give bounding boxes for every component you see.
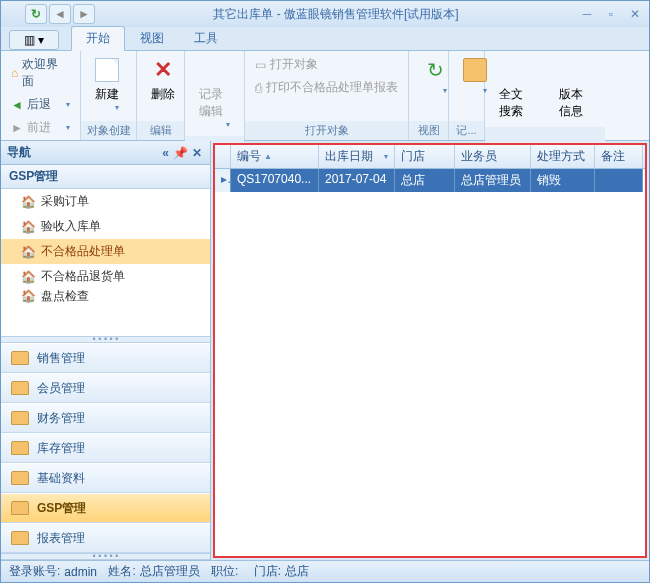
delete-icon: ✕	[151, 58, 175, 82]
cell-date[interactable]: 2017-07-04	[319, 169, 395, 192]
nav-group-report[interactable]: 报表管理	[1, 523, 210, 553]
forward-icon: ►	[11, 121, 23, 135]
new-doc-icon	[95, 58, 119, 82]
house-icon: 🏠	[21, 245, 35, 259]
status-store: 总店	[285, 563, 309, 580]
delete-button[interactable]: ✕ 删除	[143, 54, 183, 107]
filter-icon[interactable]: ▾	[384, 152, 388, 161]
group-label-record: 记...	[449, 121, 484, 140]
folder-icon	[11, 351, 29, 365]
nav-panel: 导航 « 📌 ✕ GSP管理 🏠采购订单 🏠验收入库单 🏠不合格品处理单 🏠不合…	[1, 141, 211, 560]
nav-tree-item[interactable]: 🏠盘点检查	[1, 289, 210, 303]
nav-group-gsp[interactable]: GSP管理	[1, 493, 210, 523]
data-grid: 编号▲ 出库日期▾ 门店 业务员 处理方式 备注 ▸ QS1707040... …	[213, 143, 647, 558]
app-menu-icon: ▥ ▾	[24, 33, 44, 47]
nav-tree-item[interactable]: 🏠不合格品处理单	[1, 239, 210, 264]
col-header-clerk[interactable]: 业务员	[455, 145, 531, 168]
quick-access-toolbar: ↻ ◄ ►	[25, 4, 95, 24]
back-button[interactable]: ◄后退▾	[7, 94, 74, 115]
folder-icon	[11, 531, 29, 545]
nav-footer-splitter[interactable]: • • • • •	[1, 553, 210, 560]
nav-group-basic[interactable]: 基础资料	[1, 463, 210, 493]
fulltext-search-button[interactable]: 全文搜索	[491, 54, 539, 124]
refresh-button[interactable]: ↻	[25, 4, 47, 24]
cell-clerk[interactable]: 总店管理员	[455, 169, 531, 192]
nav-group-sales[interactable]: 销售管理	[1, 343, 210, 373]
maximize-button[interactable]: ▫	[601, 6, 621, 22]
col-header-number[interactable]: 编号▲	[231, 145, 319, 168]
cell-store[interactable]: 总店	[395, 169, 455, 192]
chevron-down-icon: ▾	[443, 86, 447, 95]
forward-qat-button[interactable]: ►	[73, 4, 95, 24]
nav-splitter[interactable]: • • • • •	[1, 336, 210, 343]
back-qat-button[interactable]: ◄	[49, 4, 71, 24]
open-object-button[interactable]: ▭打开对象	[251, 54, 402, 75]
app-menu-button[interactable]: ▥ ▾	[9, 30, 59, 50]
forward-button[interactable]: ►前进▾	[7, 117, 74, 138]
back-icon: ◄	[11, 98, 23, 112]
refresh-icon: ↻	[31, 7, 41, 21]
print-report-button[interactable]: ⎙打印不合格品处理单报表	[251, 77, 402, 98]
house-icon: 🏠	[21, 270, 35, 284]
window-title: 其它出库单 - 傲蓝眼镜销售管理软件[试用版本]	[95, 6, 577, 23]
cell-method[interactable]: 销毁	[531, 169, 595, 192]
refresh-icon: ↻	[423, 58, 447, 82]
chevron-down-icon: ▾	[66, 100, 70, 109]
back-icon: ◄	[54, 7, 66, 21]
grid-header: 编号▲ 出库日期▾ 门店 业务员 处理方式 备注	[215, 145, 645, 169]
group-label-edit: 编辑	[137, 121, 184, 140]
statusbar: 登录账号: admin 姓名: 总店管理员 职位: 门店: 总店	[1, 560, 649, 582]
nav-close-button[interactable]: ✕	[190, 146, 204, 160]
close-button[interactable]: ✕	[625, 6, 645, 22]
home-icon: ⌂	[11, 66, 18, 80]
col-header-date[interactable]: 出库日期▾	[319, 145, 395, 168]
col-header-remark[interactable]: 备注	[595, 145, 643, 168]
group-label-open: 打开对象	[245, 121, 408, 140]
status-store-label: 门店:	[254, 563, 281, 580]
tab-start[interactable]: 开始	[71, 26, 125, 51]
ribbon: ⌂欢迎界面 ◄后退▾ ►前进▾ 历史 新建 ▾ 对象创建 ✕	[1, 51, 649, 141]
nav-tree-item[interactable]: 🏠验收入库单	[1, 214, 210, 239]
chevron-down-icon: ▾	[226, 120, 230, 129]
grid-row[interactable]: ▸ QS1707040... 2017-07-04 总店 总店管理员 销毁	[215, 169, 645, 192]
nav-group-member[interactable]: 会员管理	[1, 373, 210, 403]
record-edit-button[interactable]: 记录编辑 ▾	[191, 54, 238, 133]
nav-group-finance[interactable]: 财务管理	[1, 403, 210, 433]
tab-view[interactable]: 视图	[125, 26, 179, 50]
cell-remark[interactable]	[595, 169, 643, 192]
status-name-label: 姓名:	[108, 563, 135, 580]
folder-icon	[11, 381, 29, 395]
nav-section-header[interactable]: GSP管理	[1, 165, 210, 189]
col-header-store[interactable]: 门店	[395, 145, 455, 168]
forward-icon: ►	[78, 7, 90, 21]
nav-chevron-button[interactable]: «	[160, 146, 171, 160]
search-icon	[503, 58, 527, 82]
record-edit-icon	[203, 58, 227, 82]
group-label-view: 视图	[409, 121, 448, 140]
folder-icon	[11, 471, 29, 485]
nav-pin-button[interactable]: 📌	[171, 146, 190, 160]
cell-number[interactable]: QS1707040...	[231, 169, 319, 192]
grid-body[interactable]: ▸ QS1707040... 2017-07-04 总店 总店管理员 销毁	[215, 169, 645, 556]
ribbon-tabs: ▥ ▾ 开始 视图 工具	[1, 27, 649, 51]
welcome-button[interactable]: ⌂欢迎界面	[7, 54, 74, 92]
nav-tree: 🏠采购订单 🏠验收入库单 🏠不合格品处理单 🏠不合格品退货单 🏠盘点检查	[1, 189, 210, 336]
nav-group-stock[interactable]: 库存管理	[1, 433, 210, 463]
row-indicator-header	[215, 145, 231, 168]
version-info-button[interactable]: 版本信息	[551, 54, 599, 124]
col-header-method[interactable]: 处理方式	[531, 145, 595, 168]
new-button[interactable]: 新建 ▾	[87, 54, 127, 116]
chevron-down-icon: ▾	[115, 103, 119, 112]
minimize-button[interactable]: ─	[577, 6, 597, 22]
folder-icon	[11, 501, 29, 515]
nav-tree-item[interactable]: 🏠不合格品退货单	[1, 264, 210, 289]
nav-tree-item[interactable]: 🏠采购订单	[1, 189, 210, 214]
tab-tools[interactable]: 工具	[179, 26, 233, 50]
house-icon: 🏠	[21, 289, 35, 303]
group-label-create: 对象创建	[81, 121, 136, 140]
status-role-label: 职位:	[211, 563, 238, 580]
status-name: 总店管理员	[140, 563, 200, 580]
house-icon: 🏠	[21, 195, 35, 209]
open-icon: ▭	[255, 58, 266, 72]
row-indicator: ▸	[215, 169, 231, 192]
